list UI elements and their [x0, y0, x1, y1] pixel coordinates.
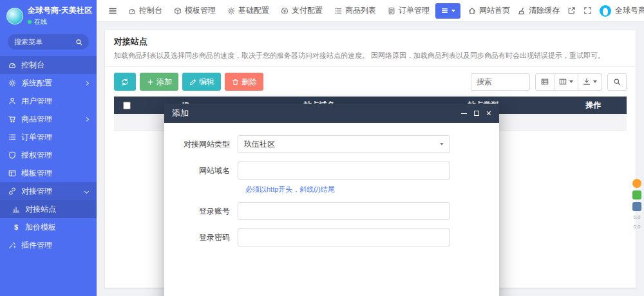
topnav-item-basic-config[interactable]: 基础配置: [222, 0, 275, 22]
topnav-item-label: 基础配置: [238, 5, 269, 16]
columns-icon: [559, 78, 567, 86]
sidebar-item-label: 对接站点: [25, 204, 56, 215]
modal-header[interactable]: 添加 ×: [164, 104, 499, 123]
sidebar-item-label: 模板管理: [21, 168, 52, 179]
user-icon: [8, 97, 16, 105]
topnav-item-label: 支付配置: [292, 5, 323, 16]
site-home-link[interactable]: 网站首页: [468, 5, 510, 16]
dashboard-icon: [8, 61, 16, 69]
column-header-action: 操作: [560, 100, 627, 111]
sidebar-item-plugin-management[interactable]: 插件管理: [0, 236, 97, 254]
sidebar-item-label: 订单管理: [21, 132, 52, 143]
domain-input[interactable]: [238, 162, 450, 180]
chevron-down-icon: [84, 189, 89, 193]
widget-green-icon[interactable]: [632, 190, 641, 199]
delete-button[interactable]: 删除: [225, 73, 263, 91]
chevron-right-icon: [84, 116, 89, 121]
avatar: [600, 5, 611, 17]
sidebar-item-label: 控制台: [21, 60, 44, 71]
external-link-icon[interactable]: [567, 6, 576, 15]
toggle-view-button[interactable]: [535, 73, 554, 91]
online-status-label: 在线: [34, 17, 47, 26]
dollar-icon: $: [12, 223, 20, 231]
site-title: 全球号商-天美社区: [28, 5, 92, 16]
sidebar-logo-row: 全球号商-天美社区 在线: [0, 0, 97, 30]
minimize-icon[interactable]: [461, 113, 467, 114]
trash-icon: [231, 78, 239, 86]
list-icon: [334, 7, 342, 15]
refresh-icon: [121, 78, 129, 86]
export-dropdown-button[interactable]: [578, 73, 602, 91]
topnav-item-product-list[interactable]: 商品列表: [328, 0, 382, 22]
edit-button[interactable]: 编辑: [182, 73, 221, 91]
form-row-domain: 网站域名: [181, 162, 482, 180]
widget-blue-icon[interactable]: [632, 202, 641, 211]
refresh-button[interactable]: [114, 73, 136, 91]
maximize-icon[interactable]: [474, 111, 479, 116]
logo-text-block: 全球号商-天美社区 在线: [28, 5, 92, 26]
order-list-icon: [388, 7, 395, 15]
sidebar-item-label: 插件管理: [21, 240, 52, 251]
home-icon: [468, 7, 476, 15]
password-input[interactable]: [238, 228, 450, 246]
sidebar-item-authorization-management[interactable]: 授权管理: [0, 146, 97, 164]
online-dot-icon: [28, 20, 32, 24]
select-all-cell: [114, 102, 140, 109]
columns-dropdown-button[interactable]: [554, 73, 578, 91]
caret-down-icon: [451, 10, 455, 12]
sidebar-search-input[interactable]: [14, 38, 71, 46]
topnav-item-label: 控制台: [139, 5, 162, 16]
fullscreen-icon[interactable]: [583, 6, 592, 15]
sidebar-item-system-config[interactable]: 系统配置: [0, 74, 97, 92]
topnav-item-order-management[interactable]: 订单管理: [382, 0, 435, 22]
password-label: 登录密码: [181, 232, 238, 243]
account-input[interactable]: [238, 202, 450, 220]
sidebar-item-order-management[interactable]: 订单管理: [0, 128, 97, 146]
sidebar-item-label: 加价模板: [25, 222, 56, 233]
select-all-checkbox[interactable]: [123, 102, 131, 109]
search-submit-button[interactable]: [607, 73, 627, 91]
topnav-item-console[interactable]: 控制台: [122, 0, 168, 22]
sidebar-item-template-management[interactable]: 模板管理: [0, 164, 97, 182]
sidebar-search: [8, 34, 89, 50]
widget-value: 0.0: [633, 223, 640, 230]
sidebar-item-label: 用户管理: [21, 96, 52, 107]
link-icon: [8, 187, 16, 195]
topnav-right-group: 网站首页 清除缓存 全球号商-天美社区: [435, 3, 644, 19]
table-search-input[interactable]: [471, 73, 530, 91]
caret-down-icon: [440, 143, 444, 145]
magic-wand-icon: [8, 241, 16, 249]
template-icon: [8, 169, 16, 177]
sidebar-item-product-management[interactable]: 商品管理: [0, 110, 97, 128]
sidebar-item-markup-template[interactable]: $ 加价模板: [0, 218, 97, 236]
list-icon: [8, 133, 16, 141]
online-status: 在线: [28, 17, 92, 26]
topnav-item-template-management[interactable]: 模板管理: [168, 0, 222, 22]
site-type-selected-value: 玖伍社区: [244, 139, 275, 150]
sidebar-item-console[interactable]: 控制台: [0, 56, 97, 74]
form-row-site-type: 对接网站类型 玖伍社区: [181, 135, 482, 153]
plus-icon: [146, 78, 154, 86]
sidebar: 全球号商-天美社区 在线 控制台 系统配置 用户管理 商品管理: [0, 0, 97, 296]
add-button-label: 添加: [156, 77, 172, 88]
topnav-item-payment-config[interactable]: 支付配置: [275, 0, 328, 22]
site-type-select[interactable]: 玖伍社区: [238, 135, 450, 153]
search-icon: [75, 38, 82, 46]
sidebar-item-integration-sites[interactable]: 对接站点: [0, 200, 97, 218]
sidebar-toggle-button[interactable]: [103, 0, 122, 22]
domain-label: 网站域名: [181, 165, 238, 176]
sidebar-item-integration-management[interactable]: 对接管理: [0, 182, 97, 200]
user-menu[interactable]: 全球号商-天美社区: [600, 5, 644, 17]
add-button[interactable]: 添加: [140, 73, 178, 91]
close-icon[interactable]: ×: [486, 109, 491, 118]
quick-menu-dropdown-button[interactable]: [435, 3, 460, 19]
widget-orange-icon[interactable]: [632, 179, 641, 188]
chart-icon: [12, 205, 20, 213]
clear-cache-link[interactable]: 清除缓存: [518, 5, 560, 16]
edit-button-label: 编辑: [199, 77, 214, 88]
site-home-label: 网站首页: [479, 5, 510, 16]
site-type-label: 对接网站类型: [181, 139, 238, 150]
table-view-button-group: [535, 73, 602, 91]
sidebar-item-user-management[interactable]: 用户管理: [0, 92, 97, 110]
topnav-item-label: 模板管理: [185, 5, 216, 16]
